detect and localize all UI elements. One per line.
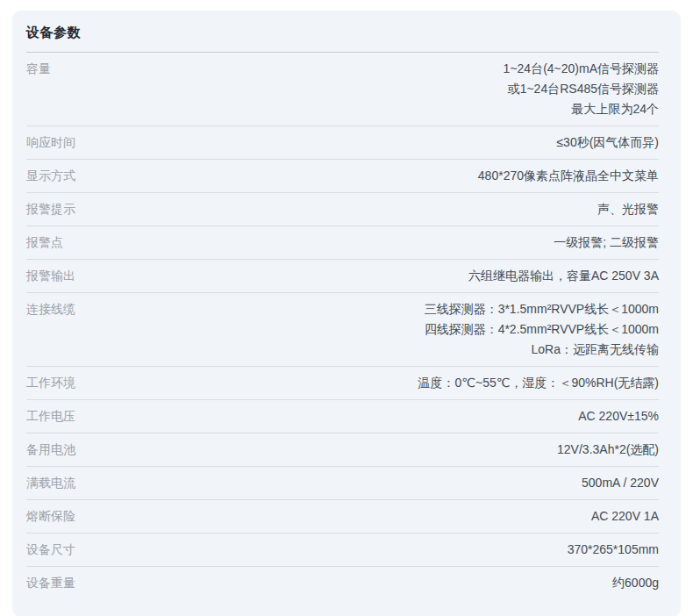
table-row: 设备尺寸 370*265*105mm <box>26 534 659 567</box>
spec-row-label: 备用电池 <box>26 440 75 460</box>
page: { "card": { "title": "设备参数", "rows": [ {… <box>0 0 693 616</box>
table-row: 报警提示 声、光报警 <box>26 193 659 226</box>
table-row: 满载电流 500mA / 220V <box>26 467 659 500</box>
spec-row-value: AC 220V 1A <box>75 506 659 526</box>
spec-row-value: AC 220V±15% <box>75 406 659 426</box>
spec-row-label: 报警点 <box>26 233 63 253</box>
spec-row-value: 1~24台(4~20)mA信号探测器 或1~24台RS485信号探测器 最大上限… <box>51 59 659 119</box>
table-row: 报警输出 六组继电器输出，容量AC 250V 3A <box>26 260 659 293</box>
spec-row-label: 显示方式 <box>26 166 75 186</box>
table-row: 工作环境 温度：0℃~55℃，湿度：＜90%RH(无结露) <box>26 367 659 400</box>
table-row: 显示方式 480*270像素点阵液晶全中文菜单 <box>26 160 659 193</box>
spec-row-value: ≤30秒(因气体而异) <box>75 133 659 153</box>
spec-row-value: 一级报警; 二级报警 <box>63 233 659 253</box>
spec-row-label: 连接线缆 <box>26 299 75 319</box>
spec-row-label: 工作环境 <box>26 373 75 393</box>
table-row: 容量 1~24台(4~20)mA信号探测器 或1~24台RS485信号探测器 最… <box>26 53 659 126</box>
table-row: 熔断保险 AC 220V 1A <box>26 500 659 534</box>
spec-row-value: 温度：0℃~55℃，湿度：＜90%RH(无结露) <box>75 373 659 393</box>
spec-table: 容量 1~24台(4~20)mA信号探测器 或1~24台RS485信号探测器 最… <box>26 53 659 599</box>
spec-row-value: 六组继电器输出，容量AC 250V 3A <box>75 266 659 286</box>
device-parameters-card: 设备参数 容量 1~24台(4~20)mA信号探测器 或1~24台RS485信号… <box>12 11 681 616</box>
table-row: 工作电压 AC 220V±15% <box>26 400 659 433</box>
spec-row-value: 370*265*105mm <box>75 540 659 560</box>
spec-row-value: 声、光报警 <box>75 199 659 219</box>
spec-row-value: 约6000g <box>75 573 659 593</box>
table-row: 报警点 一级报警; 二级报警 <box>26 226 659 260</box>
card-title: 设备参数 <box>26 11 659 53</box>
spec-row-label: 熔断保险 <box>26 506 75 526</box>
spec-row-value: 500mA / 220V <box>75 473 659 493</box>
table-row: 设备重量 约6000g <box>26 567 659 599</box>
spec-row-label: 响应时间 <box>26 133 75 153</box>
spec-row-value: 12V/3.3Ah*2(选配) <box>75 440 659 460</box>
spec-row-label: 报警提示 <box>26 199 75 219</box>
spec-row-label: 报警输出 <box>26 266 75 286</box>
spec-row-value: 三线探测器：3*1.5mm²RVVP线长＜1000m 四线探测器：4*2.5mm… <box>75 299 659 360</box>
spec-row-label: 设备重量 <box>26 573 75 593</box>
spec-row-label: 设备尺寸 <box>26 540 75 560</box>
table-row: 响应时间 ≤30秒(因气体而异) <box>26 126 659 160</box>
table-row: 连接线缆 三线探测器：3*1.5mm²RVVP线长＜1000m 四线探测器：4*… <box>26 293 659 367</box>
table-row: 备用电池 12V/3.3Ah*2(选配) <box>26 433 659 467</box>
spec-row-label: 工作电压 <box>26 406 75 426</box>
spec-row-label: 容量 <box>26 59 51 79</box>
spec-row-label: 满载电流 <box>26 473 75 493</box>
spec-row-value: 480*270像素点阵液晶全中文菜单 <box>75 166 659 186</box>
